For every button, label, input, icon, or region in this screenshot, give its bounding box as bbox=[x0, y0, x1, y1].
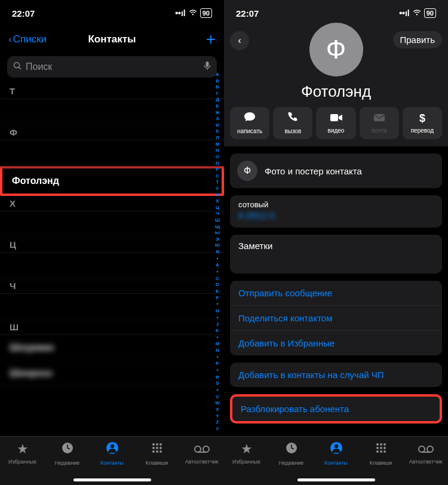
svg-rect-2 bbox=[206, 62, 209, 67]
contact-name: Фотолэнд bbox=[301, 82, 371, 101]
mic-icon[interactable] bbox=[204, 61, 211, 73]
add-emergency-link[interactable]: Добавить в контакты на случай ЧП bbox=[230, 363, 442, 387]
contact-header: 22:07 ••ıl 90 ‹ Править Ф Фотолэнд напис… bbox=[224, 0, 448, 146]
status-time: 22:07 bbox=[236, 8, 259, 19]
list-item[interactable] bbox=[0, 140, 224, 166]
tab-voicemail[interactable]: Автоответчик bbox=[403, 441, 448, 465]
svg-point-14 bbox=[159, 450, 162, 453]
svg-point-27 bbox=[380, 447, 382, 449]
list-item[interactable] bbox=[0, 294, 224, 320]
keypad-icon bbox=[151, 441, 164, 458]
pay-button[interactable]: $ перевод bbox=[403, 107, 442, 139]
unblock-card: Разблокировать абонента bbox=[230, 394, 442, 423]
tab-recent[interactable]: Недавние bbox=[45, 441, 90, 466]
tab-bar: ★ Избранные Недавние Контакты Клавиши bbox=[0, 436, 224, 485]
tab-contacts[interactable]: Контакты bbox=[90, 441, 134, 466]
list-item[interactable] bbox=[0, 99, 224, 125]
list-item[interactable] bbox=[0, 253, 224, 278]
svg-line-1 bbox=[19, 67, 22, 69]
tab-bar: ★ Избранные Недавние Контакты Клавиши bbox=[224, 436, 448, 485]
page-title: Контакты bbox=[88, 33, 136, 45]
call-button[interactable]: вызов bbox=[273, 107, 312, 139]
tab-recent[interactable]: Недавние bbox=[269, 441, 314, 466]
section-header: Ш bbox=[0, 320, 224, 335]
wifi-icon bbox=[412, 8, 422, 18]
svg-point-31 bbox=[383, 450, 386, 453]
mail-button: почта bbox=[360, 107, 399, 139]
add-favorite-link[interactable]: Добавить в Избранные bbox=[230, 331, 442, 355]
add-contact-button[interactable]: + bbox=[206, 30, 216, 49]
svg-point-22 bbox=[334, 444, 338, 449]
edit-button[interactable]: Править bbox=[393, 31, 443, 48]
phone-field[interactable]: сотовый 8 (951) 0. bbox=[230, 195, 442, 228]
tab-voicemail[interactable]: Автоответчик bbox=[179, 441, 224, 465]
alphabet-index[interactable]: АБВГДЕЖЗИКЛМНОПРСТУФХЦЧШЩЫЭЮЯ•A•CDEF•H•J… bbox=[213, 72, 222, 431]
clock-icon bbox=[285, 441, 298, 458]
notes-field[interactable]: Заметки bbox=[230, 235, 442, 274]
status-time: 22:07 bbox=[12, 8, 35, 19]
star-icon: ★ bbox=[241, 441, 253, 457]
video-button[interactable]: видео bbox=[316, 107, 355, 139]
svg-point-0 bbox=[14, 62, 20, 67]
status-indicators: ••ıl 90 bbox=[399, 8, 436, 18]
cellular-icon: ••ıl bbox=[399, 8, 410, 18]
tab-favorites[interactable]: ★ Избранные bbox=[0, 441, 45, 465]
svg-rect-19 bbox=[374, 114, 385, 121]
svg-point-29 bbox=[376, 450, 379, 453]
svg-point-16 bbox=[203, 446, 209, 452]
contact-details[interactable]: Ф Фото и постер контакта сотовый 8 (951)… bbox=[224, 146, 448, 436]
send-message-link[interactable]: Отправить сообщение bbox=[230, 281, 442, 306]
section-header: Х bbox=[0, 196, 224, 211]
wifi-icon bbox=[188, 8, 198, 18]
svg-point-33 bbox=[427, 446, 433, 452]
search-placeholder: Поиск bbox=[26, 62, 52, 72]
list-item[interactable]: Шонроэз bbox=[0, 361, 224, 386]
tab-keypad[interactable]: Клавиши bbox=[134, 441, 179, 466]
svg-point-26 bbox=[376, 447, 379, 449]
svg-point-12 bbox=[152, 450, 155, 453]
svg-point-23 bbox=[376, 443, 379, 446]
avatar[interactable]: Ф bbox=[309, 23, 363, 76]
voicemail-icon bbox=[418, 441, 434, 457]
star-icon: ★ bbox=[17, 441, 29, 457]
phone-number: 8 (951) 0. bbox=[238, 210, 434, 220]
svg-rect-18 bbox=[330, 114, 338, 121]
mail-icon bbox=[373, 112, 385, 125]
tab-favorites[interactable]: ★ Избранные bbox=[224, 441, 269, 465]
svg-point-25 bbox=[383, 443, 386, 446]
photo-poster-row[interactable]: Ф Фото и постер контакта bbox=[230, 154, 442, 188]
list-item[interactable] bbox=[0, 211, 224, 237]
message-button[interactable]: написать bbox=[230, 107, 269, 139]
quick-actions: написать вызов видео почта bbox=[224, 101, 448, 139]
voicemail-icon bbox=[194, 441, 210, 457]
svg-point-13 bbox=[156, 450, 158, 453]
home-indicator[interactable] bbox=[73, 478, 151, 481]
list-item[interactable]: Шоурман bbox=[0, 335, 224, 361]
section-header: Ф bbox=[0, 125, 224, 140]
actions-group-1: Отправить сообщение Поделиться контактом… bbox=[230, 281, 442, 355]
svg-point-7 bbox=[156, 443, 158, 446]
phone-type-label: сотовый bbox=[238, 200, 434, 209]
svg-point-32 bbox=[419, 446, 425, 452]
share-contact-link[interactable]: Поделиться контактом bbox=[230, 306, 442, 331]
svg-point-6 bbox=[152, 443, 155, 446]
search-input[interactable]: Поиск bbox=[7, 56, 217, 78]
video-icon bbox=[330, 112, 343, 125]
back-button[interactable]: ‹ Списки bbox=[8, 33, 47, 45]
tab-contacts[interactable]: Контакты bbox=[314, 441, 358, 466]
nav-bar: ‹ Списки Контакты + bbox=[0, 26, 224, 53]
svg-point-10 bbox=[156, 447, 158, 449]
cellular-icon: ••ıl bbox=[175, 8, 186, 18]
home-indicator[interactable] bbox=[297, 478, 375, 481]
contacts-list[interactable]: Т Ф Фотолэнд Х Ц Ч Ш Шоурман Шонроэз bbox=[0, 84, 224, 436]
svg-point-8 bbox=[159, 443, 162, 446]
list-item-fotoland[interactable]: Фотолэнд bbox=[0, 166, 224, 196]
svg-point-24 bbox=[380, 443, 382, 446]
back-button[interactable]: ‹ bbox=[230, 31, 249, 50]
avatar-small: Ф bbox=[237, 161, 257, 181]
tab-keypad[interactable]: Клавиши bbox=[358, 441, 403, 466]
search-icon bbox=[13, 62, 22, 73]
unblock-link[interactable]: Разблокировать абонента bbox=[232, 397, 440, 421]
battery-indicator: 90 bbox=[424, 8, 436, 18]
section-header: Ч bbox=[0, 278, 224, 294]
